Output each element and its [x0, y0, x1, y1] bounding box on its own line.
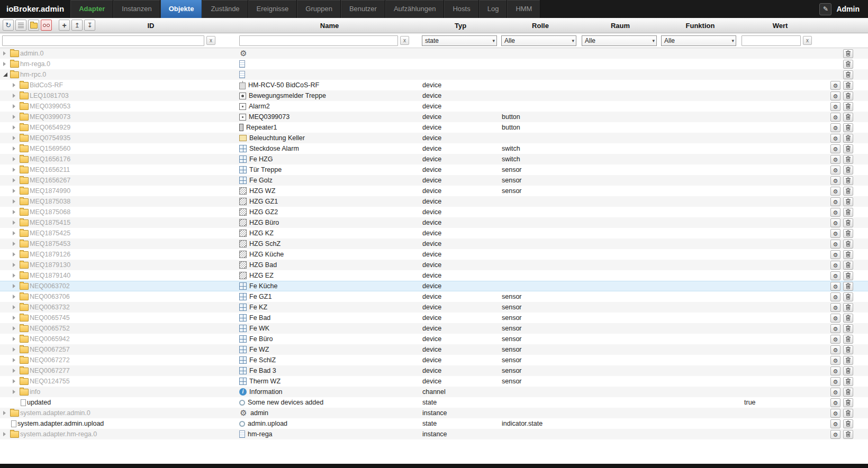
edit-object-button[interactable] [830, 430, 840, 439]
value-filter-input[interactable] [742, 35, 801, 46]
tab-adapter[interactable]: Adapter [70, 0, 113, 18]
edit-object-button[interactable] [830, 134, 840, 143]
delete-object-button[interactable] [843, 303, 853, 312]
list-view-button[interactable] [15, 20, 26, 31]
clear-id-filter-button[interactable]: x [206, 36, 215, 45]
table-row[interactable]: MEQ1875453 HZG SchZ device [0, 238, 868, 249]
edit-object-button[interactable] [830, 271, 840, 280]
table-row[interactable]: system.adapter.admin.upload admin.upload… [0, 418, 868, 429]
expand-arrow-icon[interactable] [12, 94, 19, 98]
expand-arrow-icon[interactable] [12, 316, 19, 320]
delete-object-button[interactable] [843, 134, 853, 143]
tab-objekte[interactable]: Objekte [160, 0, 203, 18]
table-row[interactable]: hm-rega.0 [0, 59, 868, 69]
edit-object-button[interactable] [830, 335, 840, 344]
refresh-button[interactable]: ↻ [3, 20, 14, 31]
edit-admin-button[interactable]: ✎ [819, 3, 831, 15]
delete-object-button[interactable] [843, 144, 853, 153]
delete-object-button[interactable] [843, 240, 853, 249]
delete-object-button[interactable] [843, 155, 853, 164]
id-filter-input[interactable] [2, 35, 204, 46]
expand-arrow-icon[interactable] [12, 83, 19, 88]
edit-object-button[interactable] [830, 208, 840, 217]
edit-object-button[interactable] [830, 388, 840, 397]
expand-arrow-icon[interactable] [12, 210, 19, 215]
edit-object-button[interactable] [830, 324, 840, 333]
table-row[interactable]: MEQ1656176 Fe HZG device switch [0, 154, 868, 164]
expand-arrow-icon[interactable] [2, 51, 9, 56]
table-row[interactable]: hm-rpc.0 [0, 69, 868, 80]
table-row[interactable]: MEQ1875038 HZG GZ1 device [0, 196, 868, 207]
expand-arrow-icon[interactable] [12, 146, 19, 151]
expand-arrow-icon[interactable] [2, 62, 9, 67]
expand-arrow-icon[interactable] [12, 125, 19, 130]
expand-arrow-icon[interactable] [12, 305, 19, 310]
delete-object-button[interactable] [843, 388, 853, 397]
expand-arrow-icon[interactable] [12, 168, 19, 172]
expand-arrow-icon[interactable] [12, 136, 19, 141]
edit-object-button[interactable] [830, 102, 840, 111]
delete-object-button[interactable] [843, 261, 853, 270]
table-row[interactable]: BidCoS-RF HM-RCV-50 BidCoS-RF device [0, 80, 868, 90]
edit-object-button[interactable] [830, 240, 840, 249]
table-row[interactable]: MEQ1879130 HZG Bad device [0, 260, 868, 270]
expand-arrow-icon[interactable] [12, 199, 19, 204]
table-row[interactable]: MEQ0399073 MEQ0399073 device button [0, 112, 868, 122]
delete-object-button[interactable] [843, 314, 853, 323]
expand-arrow-icon[interactable] [12, 390, 19, 394]
delete-object-button[interactable] [843, 123, 853, 132]
expand-arrow-icon[interactable] [12, 189, 19, 194]
clear-name-filter-button[interactable]: x [400, 36, 409, 45]
table-row[interactable]: system.adapter.admin.0 admin instance [0, 408, 868, 418]
table-row[interactable]: NEQ0065752 Fe WK device sensor [0, 323, 868, 334]
edit-object-button[interactable] [830, 282, 840, 291]
table-row[interactable]: MEQ1875415 HZG Büro device [0, 217, 868, 228]
table-row[interactable]: updated Some new devices added state tru… [0, 397, 868, 408]
expand-arrow-icon[interactable] [12, 157, 19, 162]
tab-aufzaehlungen[interactable]: Aufzählungen [385, 0, 445, 18]
tab-zustaende[interactable]: Zustände [202, 0, 248, 18]
table-row[interactable]: MEQ1569560 Steckdose Alarm device switch [0, 143, 868, 154]
expand-arrow-icon[interactable] [12, 379, 19, 384]
delete-object-button[interactable] [843, 81, 853, 90]
delete-object-button[interactable] [843, 208, 853, 217]
edit-object-button[interactable] [830, 345, 840, 354]
table-row[interactable]: NEQ0067257 Fe WZ device sensor [0, 344, 868, 355]
delete-object-button[interactable] [843, 271, 853, 280]
tab-ereignisse[interactable]: Ereignisse [248, 0, 297, 18]
delete-object-button[interactable] [843, 91, 853, 100]
table-row[interactable]: MEQ0399053 Alarm2 device [0, 101, 868, 112]
expand-arrow-icon[interactable] [12, 104, 19, 109]
collapse-all-button[interactable]: ↥ [71, 20, 83, 31]
expand-arrow-icon[interactable] [12, 231, 19, 236]
collapse-arrow-icon[interactable] [2, 72, 9, 77]
function-filter-select[interactable]: Alle ▾ [661, 35, 736, 46]
tab-gruppen[interactable]: Gruppen [297, 0, 341, 18]
table-row[interactable]: NEQ0065942 Fe Büro device sensor [0, 334, 868, 344]
edit-object-button[interactable] [830, 303, 840, 312]
table-row[interactable]: NEQ0124755 Therm WZ device sensor [0, 376, 868, 387]
clear-value-filter-button[interactable]: x [803, 36, 812, 45]
expand-arrow-icon[interactable] [12, 178, 19, 183]
delete-object-button[interactable] [843, 345, 853, 354]
role-filter-select[interactable]: Alle ▾ [501, 35, 576, 46]
tree-view-button[interactable] [28, 20, 39, 31]
delete-object-button[interactable] [843, 229, 853, 238]
edit-object-button[interactable] [830, 166, 840, 175]
edit-object-button[interactable] [830, 91, 840, 100]
delete-object-button[interactable] [843, 176, 853, 185]
expand-arrow-icon[interactable] [12, 369, 19, 373]
delete-object-button[interactable] [843, 356, 853, 365]
edit-object-button[interactable] [830, 113, 840, 122]
edit-object-button[interactable] [830, 197, 840, 206]
expand-arrow-icon[interactable] [12, 115, 19, 120]
name-filter-input[interactable] [239, 35, 398, 46]
edit-object-button[interactable] [830, 356, 840, 365]
edit-object-button[interactable] [830, 261, 840, 270]
edit-object-button[interactable] [830, 419, 840, 428]
edit-object-button[interactable] [830, 176, 840, 185]
table-row[interactable]: MEQ1879126 HZG Küche device [0, 249, 868, 260]
tab-instanzen[interactable]: Instanzen [113, 0, 160, 18]
type-filter-select[interactable]: state ▾ [422, 35, 497, 46]
expand-arrow-icon[interactable] [12, 263, 19, 268]
